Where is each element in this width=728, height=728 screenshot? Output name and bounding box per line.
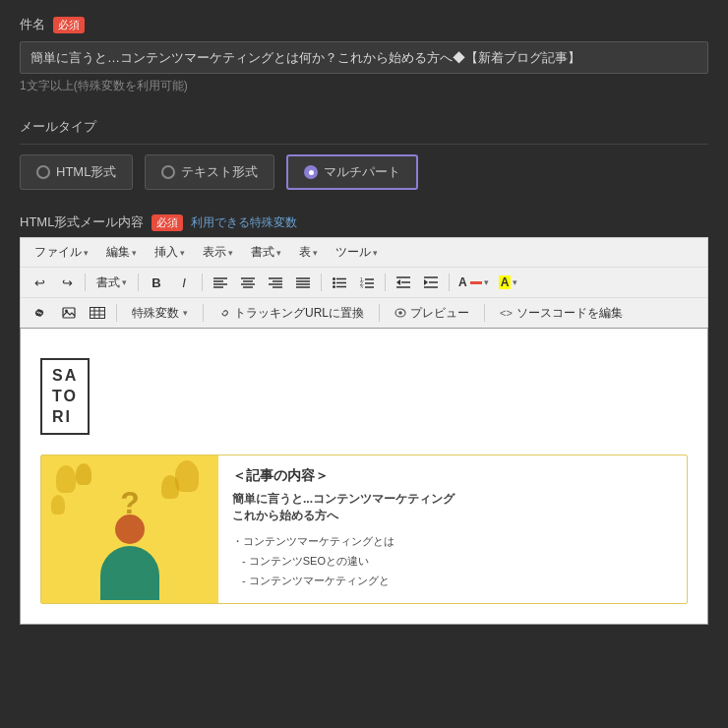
special-vars-button[interactable]: 特殊変数 ▾ (124, 302, 196, 325)
svg-point-18 (333, 281, 335, 284)
satori-logo: SATORI (40, 358, 90, 435)
divider (202, 273, 203, 291)
preview-button[interactable]: プレビュー (387, 302, 477, 325)
chevron-down-icon: ▾ (276, 248, 281, 258)
toolbar-utility-row: 特殊変数 ▾ トラッキングURLに置換 プレビュー <> ソースコードを編集 (21, 298, 707, 328)
font-color-select[interactable]: A ▾ (455, 273, 493, 291)
source-code-icon: <> (500, 307, 513, 319)
chevron-down-icon: ▾ (132, 248, 137, 258)
toolbar-table[interactable]: 表 ▾ (291, 241, 326, 264)
list-item: コンテンツマーケティングとは (232, 532, 673, 552)
article-list: コンテンツマーケティングとは コンテンツSEOとの違い コンテンツマーケティング… (232, 532, 673, 590)
divider (321, 273, 322, 291)
toolbar-table-label: 表 (299, 244, 311, 261)
font-color-label: A (458, 275, 467, 289)
radio-text-label: テキスト形式 (181, 163, 258, 181)
article-title: ＜記事の内容＞ (232, 467, 673, 485)
radio-multi-label: マルチパート (324, 163, 400, 181)
editor-content-area[interactable]: SATORI ? (20, 328, 708, 625)
source-code-button[interactable]: <> ソースコードを編集 (492, 302, 631, 325)
divider (484, 304, 485, 322)
toolbar-tools[interactable]: ツール ▾ (328, 241, 386, 264)
toolbar-edit[interactable]: 編集 ▾ (98, 241, 145, 264)
tracking-url-button[interactable]: トラッキングURLに置換 (211, 302, 372, 325)
align-center-button[interactable] (235, 271, 261, 294)
chevron-down-icon: ▾ (122, 277, 127, 287)
subject-section: 件名 必須 1文字以上(特殊変数を利用可能) (0, 0, 728, 106)
italic-button[interactable]: I (171, 271, 197, 294)
redo-button[interactable]: ↪ (54, 271, 80, 294)
article-text: ＜記事の内容＞ 簡単に言うと...コンテンツマーケティングこれから始める方へ コ… (218, 455, 687, 602)
bold-button[interactable]: B (144, 271, 169, 294)
unordered-list-button[interactable] (327, 271, 352, 294)
chevron-down-icon: ▾ (84, 248, 89, 258)
chevron-down-icon: ▾ (313, 248, 318, 258)
editor-required-badge: 必須 (152, 214, 183, 231)
toolbar-tools-label: ツール (335, 244, 371, 261)
chevron-down-icon: ▾ (373, 248, 378, 258)
increase-indent-button[interactable] (418, 271, 444, 294)
ordered-list-button[interactable]: 1.2.3. (354, 271, 380, 294)
svg-point-16 (333, 277, 335, 280)
toolbar-insert[interactable]: 挿入 ▾ (147, 241, 193, 264)
toolbar-view[interactable]: 表示 ▾ (195, 241, 241, 264)
source-code-label: ソースコードを編集 (516, 305, 623, 322)
format-select[interactable]: 書式 ▾ (91, 273, 133, 293)
align-right-button[interactable] (263, 271, 288, 294)
toolbar-file[interactable]: ファイル ▾ (27, 241, 96, 264)
link-button[interactable] (27, 301, 52, 325)
image-button[interactable] (56, 301, 82, 325)
toolbar-format-row: ↩ ↪ 書式 ▾ B I (21, 268, 707, 298)
svg-point-20 (333, 285, 335, 288)
decrease-indent-button[interactable] (391, 271, 416, 294)
radio-group: HTML形式 テキスト形式 マルチパート (20, 154, 708, 190)
radio-html[interactable]: HTML形式 (20, 154, 133, 190)
subject-hint: 1文字以上(特殊変数を利用可能) (20, 78, 708, 94)
chevron-down-icon: ▾ (180, 248, 185, 258)
mail-type-section: メールタイプ HTML形式 テキスト形式 マルチパート (0, 106, 728, 206)
svg-marker-33 (424, 279, 428, 285)
tracking-url-label: トラッキングURLに置換 (234, 305, 364, 322)
mail-type-label: メールタイプ (20, 118, 708, 145)
divider (138, 273, 139, 291)
svg-rect-38 (91, 308, 105, 319)
undo-button[interactable]: ↩ (27, 271, 52, 294)
article-image-inner: ? (41, 455, 218, 602)
divider (385, 273, 386, 291)
special-vars-btn-label: 特殊変数 (132, 305, 179, 322)
list-item: コンテンツSEOとの違い (232, 552, 673, 572)
radio-multi[interactable]: マルチパート (286, 154, 418, 190)
divider (85, 273, 86, 291)
article-preview: ? ＜記事の内容＞ 簡単に言うと...コンテンツマーケティングこれから始める方へ… (40, 455, 688, 603)
align-left-button[interactable] (208, 271, 233, 294)
editor-inner: SATORI ? (21, 329, 707, 624)
subject-label-row: 件名 必須 (20, 16, 708, 33)
chevron-down-icon: ▾ (484, 277, 489, 287)
svg-rect-36 (63, 308, 75, 318)
divider (203, 304, 204, 322)
toolbar-edit-label: 編集 (106, 244, 130, 261)
toolbar-view-label: 表示 (203, 244, 226, 261)
article-subtitle: 簡単に言うと...コンテンツマーケティングこれから始める方へ (232, 491, 673, 524)
highlight-label: A (499, 275, 512, 289)
required-badge: 必須 (53, 17, 85, 33)
toolbar-format[interactable]: 書式 ▾ (243, 241, 289, 264)
editor-toolbar: ファイル ▾ 編集 ▾ 挿入 ▾ 表示 ▾ 書式 ▾ 表 ▾ (20, 237, 708, 328)
format-select-label: 書式 (96, 274, 120, 291)
highlight-color-select[interactable]: A ▾ (495, 273, 522, 291)
subject-input[interactable] (20, 41, 708, 74)
svg-point-44 (398, 311, 402, 315)
table-button[interactable] (86, 301, 109, 325)
divider (449, 273, 450, 291)
justify-button[interactable] (290, 271, 316, 294)
special-vars-link[interactable]: 利用できる特殊変数 (191, 214, 297, 231)
editor-section: HTML形式メール内容 必須 利用できる特殊変数 ファイル ▾ 編集 ▾ 挿入 … (0, 213, 728, 625)
html-content-label: HTML形式メール内容 (20, 213, 144, 231)
svg-marker-29 (396, 279, 400, 285)
radio-text[interactable]: テキスト形式 (145, 154, 274, 190)
radio-html-label: HTML形式 (56, 163, 116, 181)
preview-label: プレビュー (410, 305, 469, 322)
toolbar-insert-label: 挿入 (154, 244, 178, 261)
subject-label: 件名 (20, 16, 45, 33)
radio-circle-text (161, 165, 175, 179)
